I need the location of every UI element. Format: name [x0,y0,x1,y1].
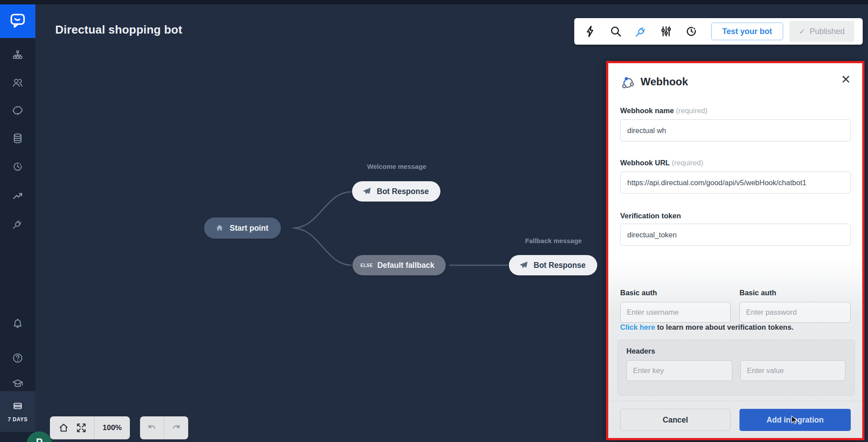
redo-icon [171,422,182,434]
top-toolbar: Test your bot ✓ Published [574,18,863,45]
bell-icon [12,318,24,330]
node-label: Start point [230,224,269,233]
search-icon [609,25,622,38]
sliders-icon [660,25,673,38]
required-hint: (required) [672,159,704,167]
sidebar-item-ai[interactable] [12,105,24,117]
quick-actions-button[interactable] [584,25,597,38]
flow-node-default-fallback[interactable]: ELSE Default fallback [353,255,446,275]
required-hint: (required) [676,107,708,114]
verification-token-label: Verification token [620,212,681,220]
webhook-icon [620,75,634,89]
panel-header: Webhook [620,75,688,89]
app-logo[interactable] [0,4,35,38]
brain-icon [12,105,24,117]
undo-redo-controls [140,416,188,439]
header-key-input[interactable] [626,360,732,381]
paper-plane-icon [519,260,528,270]
sidebar-item-notifications[interactable] [12,318,24,330]
database-icon [12,133,24,145]
header-value-input[interactable] [740,360,845,381]
divider [164,416,164,439]
fit-view-button[interactable] [58,422,69,434]
headers-label: Headers [626,347,655,355]
expand-arrows-icon [76,422,87,434]
webhook-url-label: Webhook URL (required) [620,159,703,167]
verification-token-input[interactable] [620,224,851,246]
chat-bubble-logo-icon [8,11,27,31]
webhook-name-label: Webhook name (required) [620,107,708,115]
sidebar-item-history[interactable] [12,161,24,173]
billing-card-icon [11,401,24,413]
sidebar-item-academy[interactable] [12,378,24,390]
divider [608,401,862,401]
clock-history-icon [685,25,698,38]
sidebar-item-flows[interactable] [12,50,24,61]
window-top-strip [0,0,868,4]
sidebar-item-integrations[interactable] [12,218,24,230]
check-icon: ✓ [799,27,805,36]
trial-days-label: 7 DAYS [8,416,28,423]
webhook-url-input[interactable] [620,171,851,194]
add-integration-button[interactable]: Add integration [739,409,851,431]
sidebar-item-help[interactable] [12,352,24,364]
test-your-bot-button[interactable]: Test your bot [711,23,783,40]
trial-days-tile[interactable]: 7 DAYS [0,391,35,432]
paper-plane-icon [362,187,371,196]
plug-icon [634,25,648,38]
canvas-zoom-controls: 100% [50,416,130,439]
flow-node-start-point[interactable]: Start point [204,217,281,239]
basic-auth-password-input[interactable] [739,302,851,323]
sidebar-item-analytics[interactable] [12,190,24,202]
home-icon [58,422,69,434]
undo-button[interactable] [146,422,158,434]
page-title: Directual shopping bot [55,23,182,37]
basic-auth-username-input[interactable] [620,302,731,323]
users-icon [12,77,24,89]
undo-icon [146,422,158,434]
version-history-button[interactable] [685,25,698,38]
sidebar-item-data[interactable] [12,133,24,145]
plug-icon [12,218,24,230]
close-icon[interactable]: ✕ [841,74,851,86]
sitemap-icon [12,50,24,61]
published-status-badge: ✓ Published [789,21,854,42]
redo-button[interactable] [171,422,182,434]
graduation-cap-icon [12,378,24,390]
flow-node-bot-response-fallback[interactable]: Bot Response [509,255,597,275]
cancel-button[interactable]: Cancel [620,409,731,431]
settings-button[interactable] [660,25,673,38]
verification-help-text: Click here to learn more about verificat… [620,323,793,332]
search-button[interactable] [609,25,622,38]
webhook-panel: Webhook ✕ Webhook name (required) Webhoo… [606,61,864,440]
sidebar-item-audience[interactable] [12,77,24,89]
clock-history-icon [12,161,24,173]
question-icon [12,352,24,364]
lightning-icon [584,25,597,38]
avatar-initial: P [36,437,42,442]
flow-node-bot-response-welcome[interactable]: Bot Response [352,181,440,202]
click-here-link[interactable]: Click here [620,323,655,331]
else-tag: ELSE [360,263,373,268]
zoom-level-value[interactable]: 100% [95,423,130,432]
published-label: Published [810,27,845,36]
sidebar: 7 DAYS [0,4,35,442]
welcome-message-caption: Welcome message [364,163,430,170]
node-label: Bot Response [377,187,429,196]
basic-auth-username-label: Basic auth [620,289,657,297]
panel-title: Webhook [641,76,688,88]
fallback-message-caption: Fallback message [520,237,587,244]
fullscreen-button[interactable] [76,422,87,434]
webhook-name-input[interactable] [620,119,851,141]
home-icon [215,223,224,233]
trending-up-icon [12,190,24,202]
node-label: Bot Response [534,261,586,270]
integrations-button-active[interactable] [634,25,648,38]
basic-auth-password-label: Basic auth [739,289,776,297]
node-label: Default fallback [377,261,434,270]
